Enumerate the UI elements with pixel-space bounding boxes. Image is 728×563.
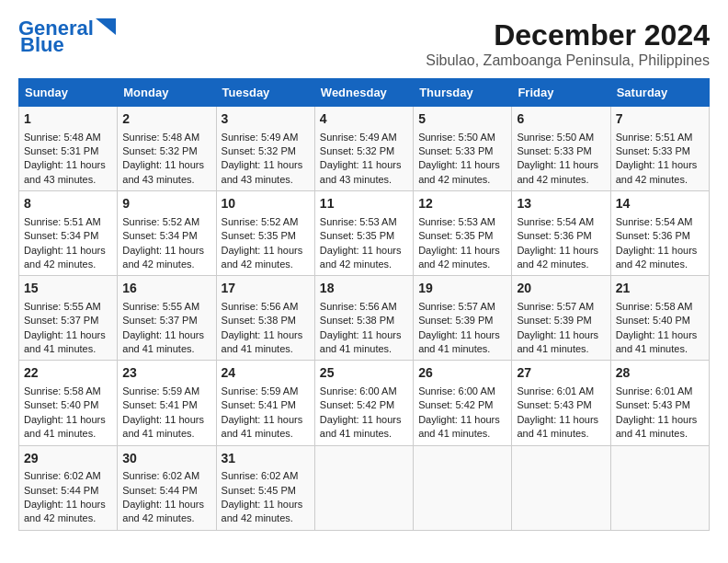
day-info: Sunset: 5:33 PM: [616, 144, 704, 158]
day-number: 9: [122, 195, 210, 213]
day-info: and 41 minutes.: [616, 342, 704, 356]
day-info: Sunset: 5:38 PM: [222, 314, 310, 327]
day-number: 7: [616, 110, 704, 129]
col-header-saturday: Saturday: [610, 79, 709, 107]
day-info: Sunset: 5:36 PM: [517, 229, 605, 243]
day-number: 11: [320, 195, 408, 213]
day-info: Daylight: 11 hours: [418, 413, 506, 427]
day-info: and 42 minutes.: [517, 258, 605, 271]
calendar-cell: 1Sunrise: 5:48 AMSunset: 5:31 PMDaylight…: [19, 107, 118, 191]
calendar-cell: 6Sunrise: 5:50 AMSunset: 5:33 PMDaylight…: [512, 107, 610, 191]
col-header-friday: Friday: [512, 79, 610, 107]
day-info: and 41 minutes.: [222, 427, 310, 441]
day-info: Sunset: 5:32 PM: [122, 144, 210, 158]
day-info: Sunset: 5:35 PM: [320, 229, 408, 243]
calendar-cell: [610, 445, 709, 530]
day-info: Sunrise: 5:54 AM: [517, 215, 605, 229]
day-number: 18: [320, 280, 408, 298]
day-info: Sunrise: 5:53 AM: [320, 215, 408, 229]
day-number: 16: [122, 280, 210, 298]
calendar-cell: 14Sunrise: 5:54 AMSunset: 5:36 PMDayligh…: [610, 191, 709, 276]
col-header-thursday: Thursday: [414, 79, 512, 107]
day-info: Sunrise: 5:58 AM: [24, 385, 112, 398]
calendar-cell: 18Sunrise: 5:56 AMSunset: 5:38 PMDayligh…: [314, 276, 413, 361]
day-info: Sunset: 5:44 PM: [24, 484, 112, 498]
calendar-cell: 12Sunrise: 5:53 AMSunset: 5:35 PMDayligh…: [414, 191, 512, 276]
day-info: Sunrise: 5:52 AM: [122, 215, 210, 229]
day-info: Daylight: 11 hours: [616, 158, 704, 172]
calendar-cell: 17Sunrise: 5:56 AMSunset: 5:38 PMDayligh…: [216, 276, 314, 361]
day-info: Sunrise: 6:01 AM: [616, 385, 704, 398]
day-number: 21: [616, 280, 704, 298]
day-info: Sunrise: 5:52 AM: [222, 215, 310, 229]
day-info: and 41 minutes.: [122, 342, 210, 356]
day-info: Sunrise: 6:00 AM: [320, 385, 408, 398]
day-number: 12: [418, 195, 506, 213]
day-info: and 42 minutes.: [320, 258, 408, 271]
day-info: Sunrise: 6:02 AM: [24, 469, 112, 483]
day-info: Daylight: 11 hours: [320, 328, 408, 342]
day-info: and 41 minutes.: [320, 427, 408, 441]
day-info: Sunrise: 5:56 AM: [222, 300, 310, 314]
day-number: 19: [418, 280, 506, 298]
day-info: Daylight: 11 hours: [222, 413, 310, 427]
day-info: Sunrise: 5:59 AM: [122, 385, 210, 398]
calendar-cell: 10Sunrise: 5:52 AMSunset: 5:35 PMDayligh…: [216, 191, 314, 276]
day-info: Sunset: 5:34 PM: [24, 229, 112, 243]
logo-blue-text: Blue: [20, 35, 64, 55]
day-info: Sunrise: 5:54 AM: [616, 215, 704, 229]
day-info: and 43 minutes.: [222, 173, 310, 187]
calendar-cell: 27Sunrise: 6:01 AMSunset: 5:43 PMDayligh…: [512, 361, 610, 445]
day-info: Daylight: 11 hours: [222, 328, 310, 342]
day-info: and 42 minutes.: [517, 173, 605, 187]
day-info: Sunset: 5:42 PM: [320, 398, 408, 412]
day-info: Daylight: 11 hours: [616, 244, 704, 258]
calendar-cell: 21Sunrise: 5:58 AMSunset: 5:40 PMDayligh…: [610, 276, 709, 361]
day-info: and 42 minutes.: [222, 258, 310, 271]
day-info: Sunset: 5:33 PM: [418, 144, 506, 158]
day-number: 2: [122, 110, 210, 129]
day-info: Sunrise: 5:51 AM: [24, 215, 112, 229]
day-info: Sunset: 5:35 PM: [222, 229, 310, 243]
day-info: and 42 minutes.: [616, 258, 704, 271]
day-info: and 41 minutes.: [517, 427, 605, 441]
day-info: Daylight: 11 hours: [122, 158, 210, 172]
day-info: Sunset: 5:40 PM: [616, 314, 704, 327]
calendar-cell: 11Sunrise: 5:53 AMSunset: 5:35 PMDayligh…: [314, 191, 413, 276]
day-info: Sunset: 5:37 PM: [122, 314, 210, 327]
day-info: Daylight: 11 hours: [418, 244, 506, 258]
day-info: Sunrise: 5:49 AM: [320, 131, 408, 144]
day-number: 30: [122, 450, 210, 468]
day-info: and 42 minutes.: [418, 258, 506, 271]
calendar-cell: 26Sunrise: 6:00 AMSunset: 5:42 PMDayligh…: [414, 361, 512, 445]
day-info: and 42 minutes.: [122, 511, 210, 525]
title-block: December 2024 Sibulao, Zamboanga Peninsu…: [426, 18, 710, 69]
day-number: 14: [616, 195, 704, 213]
day-info: Sunrise: 6:02 AM: [122, 469, 210, 483]
calendar-header-row: SundayMondayTuesdayWednesdayThursdayFrid…: [19, 79, 710, 107]
day-info: Sunset: 5:35 PM: [418, 229, 506, 243]
day-info: and 41 minutes.: [418, 342, 506, 356]
calendar-table: SundayMondayTuesdayWednesdayThursdayFrid…: [18, 78, 710, 531]
day-info: and 42 minutes.: [122, 258, 210, 271]
day-info: Sunrise: 5:50 AM: [418, 131, 506, 144]
page-header: General Blue December 2024 Sibulao, Zamb…: [18, 18, 710, 69]
calendar-subtitle: Sibulao, Zamboanga Peninsula, Philippine…: [426, 52, 710, 69]
day-info: Sunset: 5:45 PM: [222, 484, 310, 498]
calendar-cell: 2Sunrise: 5:48 AMSunset: 5:32 PMDaylight…: [118, 107, 216, 191]
calendar-cell: 23Sunrise: 5:59 AMSunset: 5:41 PMDayligh…: [118, 361, 216, 445]
day-number: 20: [517, 280, 605, 298]
calendar-cell: 3Sunrise: 5:49 AMSunset: 5:32 PMDaylight…: [216, 107, 314, 191]
col-header-wednesday: Wednesday: [314, 79, 413, 107]
day-info: Daylight: 11 hours: [517, 158, 605, 172]
day-info: Daylight: 11 hours: [517, 244, 605, 258]
day-info: Sunrise: 5:53 AM: [418, 215, 506, 229]
day-info: Sunset: 5:32 PM: [222, 144, 310, 158]
day-info: Sunrise: 5:59 AM: [222, 385, 310, 398]
day-number: 15: [24, 280, 112, 298]
day-info: Daylight: 11 hours: [418, 328, 506, 342]
day-info: Daylight: 11 hours: [24, 413, 112, 427]
day-info: and 42 minutes.: [616, 173, 704, 187]
day-info: Sunset: 5:41 PM: [122, 398, 210, 412]
day-info: Sunrise: 6:02 AM: [222, 469, 310, 483]
